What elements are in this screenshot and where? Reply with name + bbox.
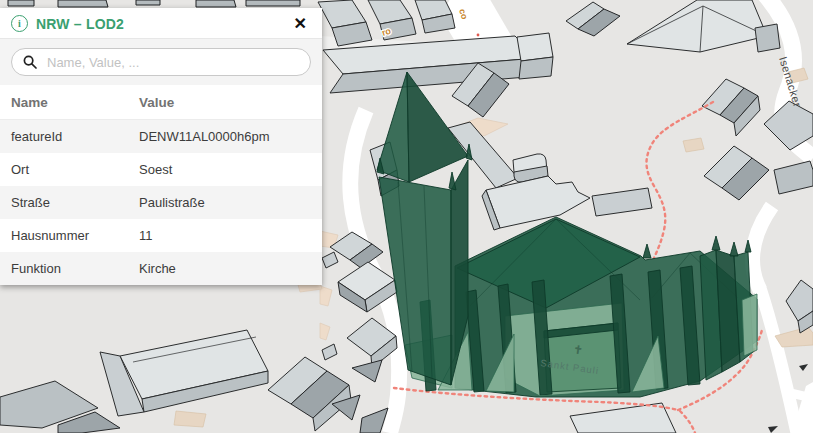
- attr-value: DENW11AL0000h6pm: [139, 129, 311, 144]
- table-row[interactable]: Ort Soest: [0, 153, 322, 186]
- panel-title: NRW – LOD2: [36, 16, 124, 32]
- church-cross-icon: ✝: [573, 343, 584, 356]
- search-zone: [0, 39, 322, 85]
- search-input[interactable]: [45, 54, 299, 71]
- attr-name: Straße: [11, 195, 139, 210]
- table-row[interactable]: featureId DENW11AL0000h6pm: [0, 120, 322, 153]
- search-field[interactable]: [11, 48, 311, 76]
- attr-value: Kirche: [139, 261, 311, 276]
- info-icon: i: [11, 15, 28, 32]
- attr-value: Paulistraße: [139, 195, 311, 210]
- close-button[interactable]: ✕: [290, 16, 311, 32]
- app-window: Isenacker ✝ Sankt Pauli ro co i NRW – LO…: [0, 0, 813, 433]
- column-header-name: Name: [11, 95, 139, 110]
- attr-name: Ort: [11, 162, 139, 177]
- table-body: featureId DENW11AL0000h6pm Ort Soest Str…: [0, 120, 322, 285]
- table-header: Name Value: [0, 85, 322, 120]
- table-row[interactable]: Funktion Kirche: [0, 252, 322, 285]
- attr-name: Hausnummer: [11, 228, 139, 243]
- column-header-value: Value: [139, 95, 311, 110]
- table-row[interactable]: Hausnummer 11: [0, 219, 322, 252]
- attr-name: Funktion: [11, 261, 139, 276]
- attr-value: 11: [139, 228, 311, 243]
- search-icon: [23, 55, 37, 69]
- feature-info-panel: i NRW – LOD2 ✕ Name Value featureId DENW…: [0, 8, 322, 285]
- panel-header: i NRW – LOD2 ✕: [0, 8, 322, 39]
- table-row[interactable]: Straße Paulistraße: [0, 186, 322, 219]
- attr-name: featureId: [11, 129, 139, 144]
- attr-value: Soest: [139, 162, 311, 177]
